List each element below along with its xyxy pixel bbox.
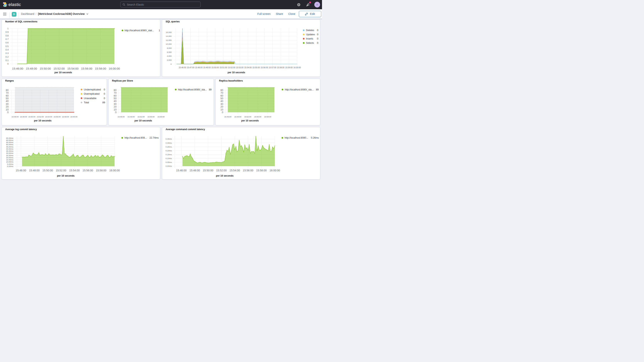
svg-text:0: 0 xyxy=(317,38,318,40)
svg-text:15:54:00: 15:54:00 xyxy=(244,66,252,68)
svg-text:89: 89 xyxy=(102,101,105,104)
svg-text:25.00ms: 25.00ms xyxy=(6,154,13,156)
svg-text:80: 80 xyxy=(220,88,223,91)
svg-text:0.00ms: 0.00ms xyxy=(7,165,13,167)
svg-text:0.26ms: 0.26ms xyxy=(311,136,319,139)
svg-text:15:52:00: 15:52:00 xyxy=(244,116,252,118)
svg-text:0.3: 0.3 xyxy=(6,52,9,54)
svg-text:http://localhost:8080/_sta...: http://localhost:8080/_sta... xyxy=(285,88,314,91)
svg-text:15:58:00: 15:58:00 xyxy=(157,116,164,118)
svg-text:2,000: 2,000 xyxy=(167,59,172,61)
svg-text:Selects: Selects xyxy=(306,42,314,44)
svg-text:per 10 seconds: per 10 seconds xyxy=(57,174,74,177)
svg-text:20: 20 xyxy=(6,105,8,108)
svg-text:15:52:00: 15:52:00 xyxy=(56,169,66,172)
svg-text:0.5: 0.5 xyxy=(6,45,9,47)
svg-text:0.7: 0.7 xyxy=(6,38,9,40)
svg-text:60: 60 xyxy=(6,94,8,97)
svg-text:0.20ms: 0.20ms xyxy=(166,150,172,152)
svg-text:Underreplicated: Underreplicated xyxy=(84,88,101,91)
svg-text:60: 60 xyxy=(220,94,223,97)
svg-text:0.35ms: 0.35ms xyxy=(166,138,172,140)
svg-text:40: 40 xyxy=(220,100,223,102)
svg-text:per 10 seconds: per 10 seconds xyxy=(34,119,52,122)
svg-text:15:48:00: 15:48:00 xyxy=(20,116,27,118)
svg-text:per 10 seconds: per 10 seconds xyxy=(241,119,259,122)
svg-text:5.00ms: 5.00ms xyxy=(7,163,13,165)
svg-text:Updates: Updates xyxy=(306,33,315,36)
svg-text:15:58:00: 15:58:00 xyxy=(95,67,106,70)
svg-text:15:58:00: 15:58:00 xyxy=(96,169,106,172)
svg-text:15:46:00: 15:46:00 xyxy=(12,67,23,70)
svg-text:10.00ms: 10.00ms xyxy=(6,161,13,163)
svg-text:65.00ms: 65.00ms xyxy=(6,137,13,139)
svg-text:15:56:00: 15:56:00 xyxy=(243,169,254,172)
svg-text:15:55:00: 15:55:00 xyxy=(254,116,261,118)
svg-text:15:50:00: 15:50:00 xyxy=(40,67,51,70)
svg-text:0.1: 0.1 xyxy=(6,59,9,61)
svg-text:15:46:00: 15:46:00 xyxy=(224,116,232,118)
svg-text:50: 50 xyxy=(6,97,8,100)
svg-text:0: 0 xyxy=(104,92,105,95)
svg-text:15:49:00: 15:49:00 xyxy=(203,66,211,68)
svg-text:15:54:00: 15:54:00 xyxy=(230,169,240,172)
svg-text:20: 20 xyxy=(114,105,116,108)
svg-text:http://localhost:8080...: http://localhost:8080... xyxy=(284,136,308,139)
svg-text:30: 30 xyxy=(114,102,116,105)
svg-text:15:54:00: 15:54:00 xyxy=(67,67,78,70)
svg-text:6,000: 6,000 xyxy=(167,51,172,53)
svg-text:1: 1 xyxy=(7,27,8,30)
svg-text:15:50:00: 15:50:00 xyxy=(212,66,219,68)
svg-text:0.4: 0.4 xyxy=(6,48,9,51)
svg-text:0: 0 xyxy=(171,63,172,65)
svg-text:0: 0 xyxy=(104,88,105,91)
svg-text:60.00ms: 60.00ms xyxy=(6,139,13,141)
svg-text:60: 60 xyxy=(114,94,116,97)
svg-text:15:50:00: 15:50:00 xyxy=(203,169,214,172)
svg-text:15:52:00: 15:52:00 xyxy=(228,66,236,68)
svg-text:15:58:00: 15:58:00 xyxy=(256,169,267,172)
svg-text:SQL queries: SQL queries xyxy=(166,20,180,23)
svg-text:per 10 seconds: per 10 seconds xyxy=(54,71,72,74)
svg-text:0: 0 xyxy=(317,33,318,36)
svg-text:15:53:00: 15:53:00 xyxy=(236,66,244,68)
svg-text:89: 89 xyxy=(316,88,319,91)
svg-text:4,000: 4,000 xyxy=(167,55,172,57)
svg-text:Unavailable: Unavailable xyxy=(84,97,96,100)
svg-text:Replicas per Store: Replicas per Store xyxy=(112,80,133,82)
svg-text:45.00ms: 45.00ms xyxy=(6,146,13,148)
svg-text:16,000: 16,000 xyxy=(166,31,172,33)
svg-text:15:52:00: 15:52:00 xyxy=(216,169,227,172)
svg-text:15:55:00: 15:55:00 xyxy=(147,116,154,118)
svg-text:15:46:00: 15:46:00 xyxy=(179,66,186,68)
svg-text:35.00ms: 35.00ms xyxy=(6,150,13,152)
svg-text:Average command commit latency: Average command commit latency xyxy=(166,128,205,130)
svg-text:15:59:00: 15:59:00 xyxy=(285,66,293,68)
svg-text:15:48:00: 15:48:00 xyxy=(26,67,37,70)
svg-text:15:52:00: 15:52:00 xyxy=(138,116,144,118)
svg-text:0: 0 xyxy=(222,111,223,114)
svg-text:8,000: 8,000 xyxy=(167,47,172,49)
svg-text:0: 0 xyxy=(115,111,116,114)
svg-text:15:56:00: 15:56:00 xyxy=(81,67,92,70)
svg-text:0.2: 0.2 xyxy=(6,56,9,58)
svg-text:10: 10 xyxy=(220,108,223,111)
svg-text:12,000: 12,000 xyxy=(166,39,172,41)
svg-text:50: 50 xyxy=(114,97,116,100)
svg-text:15:57:00: 15:57:00 xyxy=(269,66,276,68)
svg-text:40.00ms: 40.00ms xyxy=(6,148,13,150)
svg-text:15:49:00: 15:49:00 xyxy=(234,116,242,118)
svg-text:15:48:00: 15:48:00 xyxy=(29,169,40,172)
svg-text:15:55:00: 15:55:00 xyxy=(252,66,260,68)
svg-text:10,000: 10,000 xyxy=(166,43,172,45)
svg-text:15:58:00: 15:58:00 xyxy=(62,116,69,118)
svg-text:15:46:00: 15:46:00 xyxy=(176,169,187,172)
svg-text:89: 89 xyxy=(209,88,212,91)
svg-text:0: 0 xyxy=(317,42,318,44)
svg-text:15.00ms: 15.00ms xyxy=(6,159,13,161)
svg-text:70: 70 xyxy=(220,91,223,94)
svg-text:15:56:00: 15:56:00 xyxy=(261,66,268,68)
svg-text:16:00:00: 16:00:00 xyxy=(109,67,120,70)
svg-text:15:49:00: 15:49:00 xyxy=(128,116,134,118)
svg-text:0.6: 0.6 xyxy=(6,42,9,44)
